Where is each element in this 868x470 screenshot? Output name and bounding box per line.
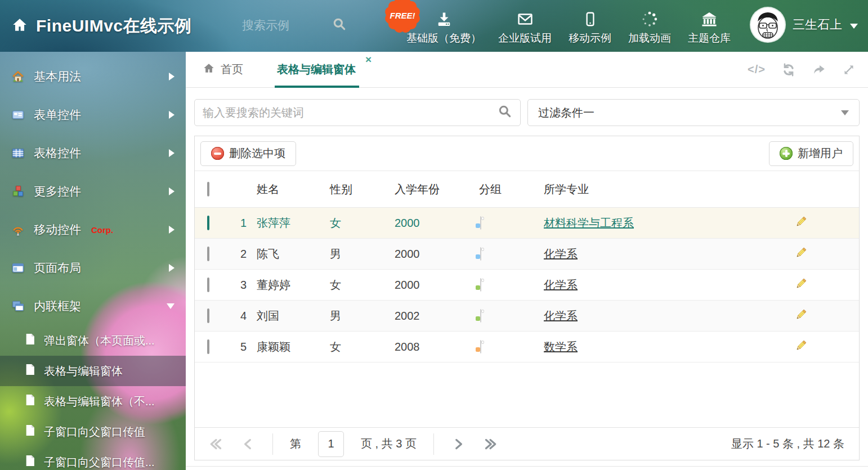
table-row[interactable]: 4 刘国 男 2002 化学系 — [195, 301, 859, 332]
last-page-icon[interactable] — [482, 437, 497, 451]
major-link[interactable]: 化学系 — [544, 248, 578, 260]
edit-icon[interactable] — [794, 277, 808, 290]
sidebar-subitem-label: 表格与编辑窗体 — [44, 364, 123, 379]
tab-label: 表格与编辑窗体 — [277, 62, 356, 77]
delete-selected-button[interactable]: 删除选中项 — [200, 141, 296, 166]
table-row[interactable]: 3 董婷婷 女 2000 化学系 — [195, 270, 859, 301]
table-row[interactable]: 2 陈飞 男 2000 化学系 — [195, 239, 859, 270]
pagination-bar: 第 页 , 共 3 页 显示 1 - 5 条 , 共 12 条 — [195, 427, 859, 460]
keyword-search-input[interactable] — [203, 106, 498, 119]
nav-item-mobile-demo[interactable]: 移动示例 — [569, 7, 611, 46]
open-new-window-icon[interactable] — [812, 62, 826, 77]
edit-icon[interactable] — [794, 246, 808, 259]
chevron-right-icon — [169, 111, 175, 119]
nav-item-loading-animation[interactable]: 加载动画 — [628, 7, 671, 46]
row-checkbox[interactable] — [207, 339, 209, 354]
maximize-icon[interactable] — [842, 63, 856, 77]
column-major: 所学专业 — [535, 182, 794, 197]
app-window: FineUIMvc在线示例 FREE! 基础版（免费） — [0, 0, 868, 470]
close-icon[interactable]: × — [365, 54, 372, 65]
chevron-down-icon — [850, 24, 858, 29]
download-icon — [435, 7, 453, 28]
page-prefix: 第 — [290, 436, 301, 451]
sidebar-item-page-layout[interactable]: 页面布局 — [0, 249, 186, 287]
next-page-icon[interactable] — [451, 437, 466, 451]
cell-year: 2000 — [389, 217, 473, 230]
header-search-input[interactable] — [242, 19, 332, 32]
row-checkbox[interactable] — [207, 247, 209, 261]
keyword-search-box — [194, 99, 521, 126]
logo[interactable]: FineUIMvc在线示例 — [11, 0, 192, 52]
view-source-icon[interactable]: </> — [748, 63, 766, 76]
corp-badge: Corp. — [91, 225, 113, 235]
envelope-icon — [516, 7, 534, 28]
row-checkbox[interactable] — [207, 277, 209, 292]
search-icon[interactable] — [332, 17, 347, 34]
sidebar-item-label: 内联框架 — [34, 298, 81, 314]
tab-grid-edit-window[interactable]: 表格与编辑窗体 × — [275, 52, 373, 87]
add-user-button[interactable]: 新增用户 — [769, 141, 853, 166]
nav-item-basic-edition[interactable]: 基础版（免费） — [406, 7, 481, 46]
sidebar-subitem-grid-edit-window[interactable]: 表格与编辑窗体 — [0, 356, 186, 386]
major-link[interactable]: 数学系 — [544, 341, 578, 353]
row-checkbox[interactable] — [207, 308, 209, 323]
row-checkbox[interactable] — [207, 216, 209, 230]
window-tools: </> — [748, 52, 856, 87]
sidebar-item-label: 基本用法 — [34, 69, 81, 84]
nav-item-enterprise-trial[interactable]: 企业版试用 — [498, 7, 552, 46]
page-number-input[interactable] — [318, 431, 344, 457]
nav-label: 移动示例 — [569, 31, 611, 46]
user-menu[interactable]: 三生石上 — [751, 8, 858, 42]
delete-button-label: 删除选中项 — [229, 146, 285, 161]
page-content: 过滤条件一 删除选中项 新增用户 — [186, 88, 868, 460]
form-icon — [11, 109, 25, 121]
cell-gender: 女 — [324, 339, 389, 355]
prev-page-icon[interactable] — [241, 437, 256, 451]
sidebar-item-grid-controls[interactable]: 表格控件 — [0, 134, 186, 172]
edit-icon[interactable] — [794, 339, 808, 352]
cell-year: 2000 — [389, 248, 473, 261]
page-icon — [25, 455, 35, 469]
table-row[interactable]: 1 张萍萍 女 2000 材料科学与工程系 — [195, 208, 859, 239]
sidebar-item-mobile-controls[interactable]: 移动控件 Corp. — [0, 211, 186, 249]
sidebar-subitem-label: 子窗口向父窗口传值 — [44, 424, 145, 440]
page-icon — [25, 394, 35, 409]
tab-home[interactable]: 首页 — [203, 62, 243, 77]
row-number: 5 — [226, 341, 251, 353]
page-suffix: 页 , 共 3 页 — [361, 436, 417, 451]
sidebar-item-form-controls[interactable]: 表单控件 — [0, 96, 186, 134]
spinner-icon — [641, 7, 659, 28]
sidebar-item-iframe[interactable]: 内联框架 — [0, 287, 186, 325]
edit-icon[interactable] — [794, 308, 808, 321]
sidebar-subitem-child-to-parent-2[interactable]: 子窗口向父窗口传值... — [0, 447, 186, 470]
chevron-down-icon — [167, 303, 175, 309]
bank-icon — [700, 7, 719, 28]
cell-gender: 男 — [324, 308, 389, 324]
sidebar-subitem-child-to-parent[interactable]: 子窗口向父窗口传值 — [0, 417, 186, 447]
sidebar-item-more-controls[interactable]: 更多控件 — [0, 172, 186, 211]
cell-year: 2000 — [389, 279, 473, 292]
cell-year: 2002 — [389, 310, 473, 323]
sidebar-item-basic-usage[interactable]: 基本用法 — [0, 57, 186, 96]
sidebar-item-label: 页面布局 — [34, 260, 81, 276]
chevron-down-icon — [841, 110, 849, 115]
major-link[interactable]: 化学系 — [544, 310, 578, 322]
sidebar-subitem-grid-edit-window-2[interactable]: 表格与编辑窗体（不... — [0, 386, 186, 417]
chevron-right-icon — [169, 187, 175, 195]
sidebar-subitem-popup-window[interactable]: 弹出窗体（本页面或... — [0, 325, 186, 356]
major-link[interactable]: 化学系 — [544, 279, 578, 291]
minus-circle-icon — [211, 147, 224, 160]
select-all-checkbox[interactable] — [207, 182, 209, 196]
filter-select[interactable]: 过滤条件一 — [527, 99, 860, 126]
first-page-icon[interactable] — [209, 437, 224, 451]
table-row[interactable]: 5 康颖颖 女 2008 数学系 — [195, 332, 859, 362]
nav-item-theme-store[interactable]: 主题仓库 — [688, 7, 731, 46]
search-icon[interactable] — [498, 104, 512, 121]
chevron-right-icon — [169, 73, 175, 80]
cell-year: 2008 — [389, 341, 473, 353]
major-link[interactable]: 材料科学与工程系 — [544, 217, 634, 229]
nav-label: 加载动画 — [628, 31, 671, 46]
app-header: FineUIMvc在线示例 FREE! 基础版（免费） — [0, 0, 868, 52]
edit-icon[interactable] — [794, 215, 808, 229]
refresh-icon[interactable] — [781, 62, 796, 77]
